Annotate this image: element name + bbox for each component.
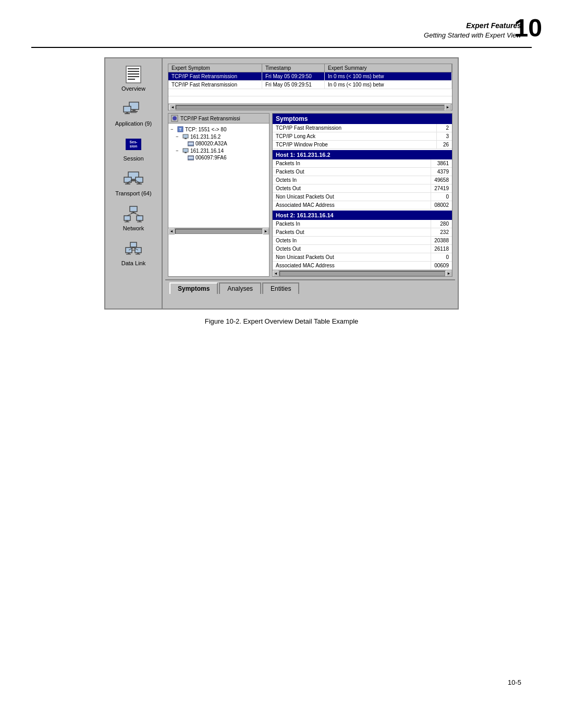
tree-header-label: TCP/IP Fast Retransmissi [180, 116, 240, 121]
tree-item-mac2[interactable]: 006097:9FA6 [181, 154, 267, 161]
h1-val-2: 49658 [431, 176, 452, 184]
host1-table: Packets In3861 Packets Out4379 Octets In… [273, 159, 452, 209]
main-content: Overview [31, 57, 532, 325]
host1-title: Host 1: 161.231.16.2 [273, 150, 452, 159]
host2-row-3: Octets Out26118 [273, 245, 452, 253]
h1-label-2: Octets In [273, 176, 431, 184]
expand-tcp[interactable]: − [170, 127, 176, 132]
row1-timestamp: Fri May 05 09:29:50 [262, 72, 325, 80]
h1-val-5: 08002 [431, 201, 452, 209]
host2-icon [182, 147, 189, 154]
host1-row-0: Packets In3861 [273, 159, 452, 168]
transport-icon [123, 170, 144, 189]
sidebar-item-session[interactable]: Ses-sion Session [105, 131, 162, 166]
top-table-scrollbar[interactable]: ◄ ► [168, 104, 452, 110]
tab-symptoms[interactable]: Symptoms [169, 282, 218, 294]
symptom-label-3: TCP/IP Window Probe [273, 141, 436, 149]
network-icon [123, 205, 144, 224]
h2-val-1: 232 [431, 228, 452, 237]
expand-mac2 [181, 155, 186, 161]
tree-item-mac1[interactable]: 080020:A32A [181, 140, 267, 147]
svg-rect-4 [128, 76, 139, 77]
host1-row-1: Packets Out4379 [273, 168, 452, 176]
svg-rect-18 [125, 183, 130, 184]
network-label: Network [123, 225, 144, 231]
svg-rect-28 [126, 220, 128, 221]
tab-entities[interactable]: Entities [262, 282, 299, 294]
sidebar: Overview [105, 58, 163, 309]
transport-label: Transport (64) [115, 190, 151, 196]
h1-val-4: 0 [431, 193, 452, 201]
h1-label-4: Non Unicast Packets Out [273, 193, 431, 201]
mac2-label: 006097:9FA6 [195, 155, 227, 161]
host2-row-5: Associated MAC Address00609 [273, 262, 452, 270]
scroll-track[interactable] [176, 105, 445, 109]
svg-line-34 [133, 213, 140, 216]
tree-scrollbar[interactable]: ◄ ► [168, 228, 269, 234]
row2-timestamp: Fri May 05 09:29:51 [262, 81, 325, 89]
h2-label-2: Octets In [273, 237, 431, 245]
tree-item-host1[interactable]: − 161.231.16.2 [176, 133, 267, 140]
svg-rect-19 [136, 177, 143, 182]
application-label: Application (9) [115, 120, 152, 127]
svg-rect-14 [132, 179, 135, 180]
col-header-symptom: Expert Symptom [168, 64, 262, 72]
symptoms-title: Symptoms [273, 114, 452, 124]
mac2-icon [188, 155, 194, 161]
svg-rect-39 [137, 253, 139, 254]
tree-scroll-right[interactable]: ► [263, 228, 269, 235]
svg-rect-30 [137, 216, 143, 220]
row2-summary: In 0 ms (< 100 ms) betw [325, 81, 452, 89]
expand-host2[interactable]: − [176, 148, 181, 153]
chapter-number: 10 [515, 16, 542, 41]
tree-item-host2[interactable]: − 161.231.16.14 [176, 147, 267, 154]
scroll-left-arrow[interactable]: ◄ [169, 104, 176, 110]
host1-row-5: Associated MAC Address08002 [273, 201, 452, 209]
svg-rect-42 [130, 242, 137, 247]
expand-mac1 [181, 141, 186, 146]
sidebar-item-network[interactable]: Network [105, 201, 162, 236]
bottom-tabs: Symptoms Analyses Entities [165, 279, 455, 294]
info-scroll-right[interactable]: ► [446, 270, 452, 277]
table-row[interactable]: TCP/IP Fast Retransmission Fri May 05 09… [168, 81, 452, 89]
sidebar-item-application[interactable]: Application (9) [105, 96, 162, 131]
h1-label-1: Packets Out [273, 168, 431, 176]
sidebar-item-overview[interactable]: Overview [105, 61, 162, 96]
col-header-timestamp: Timestamp [262, 64, 325, 72]
page-number: 10-5 [508, 678, 521, 686]
table-row[interactable]: TCP/IP Fast Retransmission Fri May 05 09… [168, 72, 452, 81]
host1-row-2: Octets In49658 [273, 176, 452, 184]
tree-item-tcp[interactable]: − T TCP: 1551 <-> 80 [170, 126, 267, 133]
session-label: Session [123, 155, 143, 162]
tree-panel: TCP/IP Fast Retransmissi − T TCP: 1551 <… [168, 113, 270, 277]
svg-rect-1 [128, 68, 139, 69]
top-table: Expert Symptom Timestamp Expert Summary … [168, 64, 452, 110]
tree-scroll-left[interactable]: ◄ [168, 228, 175, 235]
overview-icon [123, 65, 144, 84]
h2-val-4: 0 [431, 253, 452, 262]
symptoms-table: TCP/IP Fast Retransmission 2 TCP/IP Long… [273, 124, 452, 149]
table-row-empty [168, 89, 452, 96]
h2-label-5: Associated MAC Address [273, 262, 431, 270]
info-scroll-left[interactable]: ◄ [273, 270, 279, 277]
info-scrollbar[interactable]: ◄ ► [273, 270, 452, 276]
symptom-value-1: 2 [436, 124, 452, 132]
svg-rect-17 [127, 182, 129, 183]
scroll-right-arrow[interactable]: ► [445, 104, 451, 110]
symptom-value-2: 3 [436, 132, 452, 141]
info-scroll-track[interactable] [279, 271, 445, 276]
symptom-row-1: TCP/IP Fast Retransmission 2 [273, 124, 452, 132]
host2-table: Packets In280 Packets Out232 Octets In20… [273, 220, 452, 270]
tab-analyses[interactable]: Analyses [219, 282, 261, 294]
expand-host1[interactable]: − [176, 134, 181, 139]
row2-symptom: TCP/IP Fast Retransmission [168, 81, 262, 89]
host1-label: 161.231.16.2 [190, 134, 221, 140]
svg-rect-10 [126, 112, 128, 113]
tree-scroll-track[interactable] [175, 229, 262, 234]
sidebar-item-transport[interactable]: Transport (64) [105, 166, 162, 201]
h2-val-0: 280 [431, 220, 452, 228]
row1-summary: In 0 ms (< 100 ms) betw [325, 72, 452, 80]
symptom-label-1: TCP/IP Fast Retransmission [273, 124, 436, 132]
tree-header-icon [171, 115, 178, 122]
sidebar-item-datalink[interactable]: Data Link [105, 236, 162, 270]
